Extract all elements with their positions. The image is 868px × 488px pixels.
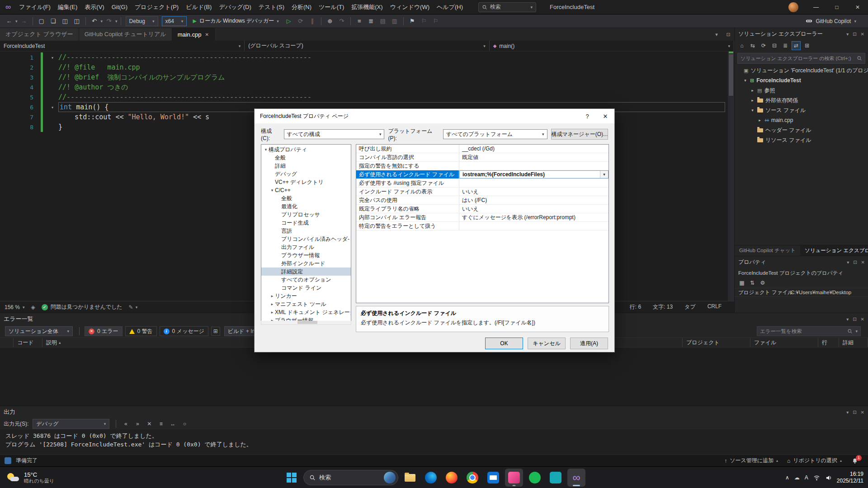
line-indicator[interactable]: 行: 6: [630, 303, 641, 311]
expander-icon[interactable]: ▾: [750, 108, 755, 113]
mail-app-icon[interactable]: [484, 469, 502, 487]
wifi-icon[interactable]: [813, 474, 820, 481]
expander-icon[interactable]: ▾: [743, 78, 748, 83]
dialog-help-button[interactable]: ?: [578, 109, 596, 123]
dialog-titlebar[interactable]: ForceIncludeTest プロパティ ページ ? ✕: [255, 109, 614, 123]
property-row[interactable]: 呼び出し規約__cdecl (/Gd): [356, 145, 609, 153]
undo-button[interactable]: ↶: [89, 16, 100, 27]
hot-reload-button[interactable]: ⟳: [295, 16, 306, 27]
panel-menu-chevron-icon[interactable]: ▾: [847, 260, 849, 265]
word-wrap-icon[interactable]: ≡: [156, 419, 165, 428]
menu-edit[interactable]: 編集(E): [54, 0, 81, 14]
menu-test[interactable]: テスト(S): [255, 0, 288, 14]
notifications-bell-icon[interactable]: 1: [851, 457, 859, 465]
tab-main-cpp[interactable]: main.cpp ✕: [172, 28, 215, 41]
navigate-forward-button[interactable]: →: [19, 16, 29, 27]
navigate-back-dropdown-icon[interactable]: ▾: [15, 19, 18, 23]
redo-button[interactable]: ↷: [104, 16, 114, 27]
account-avatar[interactable]: [788, 2, 798, 12]
close-panel-icon[interactable]: ✕: [861, 317, 864, 322]
tree-item[interactable]: プリプロセッサ: [261, 211, 351, 219]
background-tasks-icon[interactable]: [5, 457, 11, 464]
menu-help[interactable]: ヘルプ(H): [433, 0, 467, 14]
column-file[interactable]: ファイル: [750, 338, 818, 347]
titlebar-search[interactable]: 検索 ▾: [478, 2, 536, 12]
categorize-icon[interactable]: ▦: [737, 278, 746, 287]
teal-app-icon[interactable]: [547, 469, 565, 487]
tree-item-external-dependencies[interactable]: ▸ 外部依存関係: [735, 95, 868, 105]
solution-configurations-combo[interactable]: Debug▾: [126, 16, 158, 26]
property-row-selected[interactable]: 必ず使用されるインクルード ファイル iostream;%(ForcedIncl…: [356, 170, 609, 179]
panel-menu-chevron-icon[interactable]: ▾: [846, 410, 849, 415]
comment-button[interactable]: ▤: [377, 16, 388, 27]
attach-to-process-button[interactable]: ⊕: [325, 16, 335, 27]
ok-button[interactable]: OK: [485, 338, 523, 349]
tree-item[interactable]: ▸リンカー: [261, 292, 351, 300]
switch-views-icon[interactable]: ⇆: [748, 41, 757, 50]
menu-git[interactable]: Git(G): [108, 0, 131, 14]
tab-copilot-tutorial[interactable]: GitHub Copilot チュートリアル: [79, 28, 172, 41]
member-dropdown[interactable]: ◆ main()▾: [490, 41, 734, 51]
cloud-tray-icon[interactable]: ☁: [794, 474, 800, 481]
property-row[interactable]: 既定ライブラリ名の省略いいえ: [356, 205, 609, 213]
close-button[interactable]: ✕: [847, 0, 868, 14]
clock[interactable]: 16:19 2025/12/11: [837, 471, 863, 484]
edge-icon[interactable]: [422, 469, 440, 487]
health-indicator[interactable]: ✓ 問題は見つかりませんでした: [42, 303, 123, 311]
pin-icon[interactable]: ⊡: [853, 260, 857, 265]
tabs-indicator[interactable]: タブ: [684, 303, 696, 311]
tree-item[interactable]: 全般: [261, 194, 351, 202]
error-scope-combo[interactable]: ソリューション全体▾: [5, 326, 73, 336]
value-dropdown-icon[interactable]: ▾: [600, 171, 608, 178]
property-pages-icon[interactable]: ⚙: [758, 278, 767, 287]
github-copilot-button[interactable]: GitHub Copilot ▾: [806, 18, 856, 24]
output-source-combo[interactable]: デバッグ▾: [33, 419, 109, 429]
menu-tools[interactable]: ツール(T): [315, 0, 348, 14]
tree-item[interactable]: ▾構成プロパティ: [261, 145, 351, 154]
pin-icon[interactable]: ⊡: [853, 32, 856, 37]
expander-icon[interactable]: ▸: [269, 302, 275, 306]
filter-icon[interactable]: ⊞: [211, 327, 220, 336]
menu-analyze[interactable]: 分析(N): [288, 0, 315, 14]
property-row[interactable]: コンパイル言語の選択既定値: [356, 153, 609, 162]
tree-item-header-files[interactable]: ヘッダー ファイル: [735, 125, 868, 135]
column-detail[interactable]: 詳細: [839, 338, 868, 347]
property-row[interactable]: プロジェクト ファイル C:¥Users¥maihe¥Desktop: [735, 288, 868, 297]
solution-platforms-combo[interactable]: x64▾: [162, 16, 187, 26]
navigate-back-button[interactable]: ←: [4, 16, 14, 27]
eol-indicator[interactable]: CRLF: [708, 303, 722, 311]
column-line[interactable]: 行: [818, 338, 839, 347]
configuration-manager-button[interactable]: 構成マネージャー(O)...: [551, 129, 608, 140]
project-dropdown[interactable]: ForceIncludeTest▾: [0, 41, 245, 51]
menu-debug[interactable]: デバッグ(D): [215, 0, 255, 14]
document-health-icon[interactable]: ◈: [31, 304, 35, 310]
fold-chevron-icon[interactable]: ▾: [47, 55, 58, 60]
menu-project[interactable]: プロジェクト(P): [131, 0, 182, 14]
start-without-debugging-button[interactable]: ▷: [283, 16, 294, 27]
tree-item[interactable]: コード生成: [261, 219, 351, 227]
dialog-close-button[interactable]: ✕: [596, 109, 614, 123]
add-to-source-control-button[interactable]: ↑ ソース管理に追加 ▴: [724, 457, 778, 465]
menu-view[interactable]: 表示(V): [81, 0, 108, 14]
window-layout-icon[interactable]: ⊡: [722, 28, 734, 41]
tree-item-resource-files[interactable]: リソース ファイル: [735, 135, 868, 145]
undo-dropdown-icon[interactable]: ▾: [101, 19, 103, 23]
timestamp-icon[interactable]: ○: [180, 419, 189, 428]
property-row[interactable]: 指定の警告を無効にする: [356, 162, 609, 170]
pin-icon[interactable]: ⊡: [853, 317, 856, 322]
previous-message-icon[interactable]: «: [121, 419, 130, 428]
tree-item-references[interactable]: ▸▤ 参照: [735, 85, 868, 95]
firefox-icon[interactable]: [443, 469, 461, 487]
expander-icon[interactable]: ▾: [263, 147, 269, 152]
tree-item-solution[interactable]: ▣ ソリューション 'ForceIncludeTest' (1/1 のプロジェク…: [735, 66, 868, 75]
close-panel-icon[interactable]: ✕: [861, 260, 865, 265]
chevron-down-icon[interactable]: ▾: [855, 329, 858, 333]
tree-item[interactable]: 外部インクルード: [261, 259, 351, 267]
column-code[interactable]: コード: [14, 338, 42, 347]
ime-mode-indicator[interactable]: A: [805, 474, 808, 481]
tree-item[interactable]: 詳細: [261, 162, 351, 170]
properties-icon[interactable]: ⊞: [802, 41, 811, 50]
tree-item[interactable]: 全般: [261, 154, 351, 162]
decrease-indent-button[interactable]: ≡: [354, 16, 365, 27]
select-repository-button[interactable]: ⌂ リポジトリの選択 ▴: [787, 457, 842, 465]
